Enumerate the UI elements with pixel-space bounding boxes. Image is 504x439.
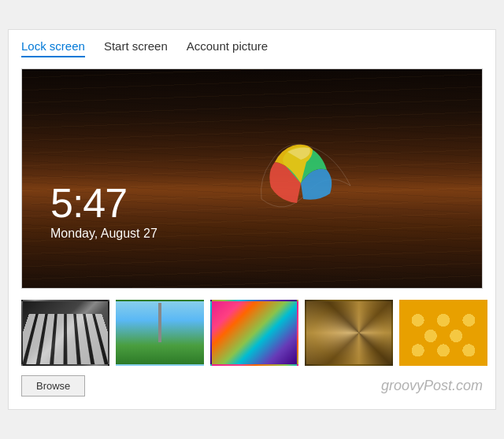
windows-logo (234, 109, 368, 219)
clock-display: 5:47 Monday, August 27 (50, 183, 158, 241)
browse-button[interactable]: Browse (21, 375, 85, 397)
tab-account-picture[interactable]: Account picture (187, 39, 268, 57)
clock-time: 5:47 (50, 183, 158, 223)
personalization-panel: Lock screen Start screen Account picture (8, 29, 496, 410)
thumbnail-shell[interactable] (305, 300, 393, 366)
tab-bar: Lock screen Start screen Account picture (21, 39, 483, 57)
tab-lock-screen[interactable]: Lock screen (21, 39, 85, 57)
thumbnail-piano[interactable] (21, 300, 109, 366)
tab-start-screen[interactable]: Start screen (104, 39, 168, 57)
clock-date: Monday, August 27 (50, 227, 158, 241)
lock-screen-preview: 5:47 Monday, August 27 (21, 68, 483, 289)
bottom-row: Browse groovyPost.com (21, 375, 483, 397)
watermark: groovyPost.com (381, 378, 483, 394)
thumbnail-honeycomb[interactable] (399, 300, 487, 366)
thumbnail-abstract[interactable] (210, 300, 298, 366)
background-thumbnails (21, 300, 483, 366)
thumbnail-space-needle[interactable] (116, 300, 204, 366)
